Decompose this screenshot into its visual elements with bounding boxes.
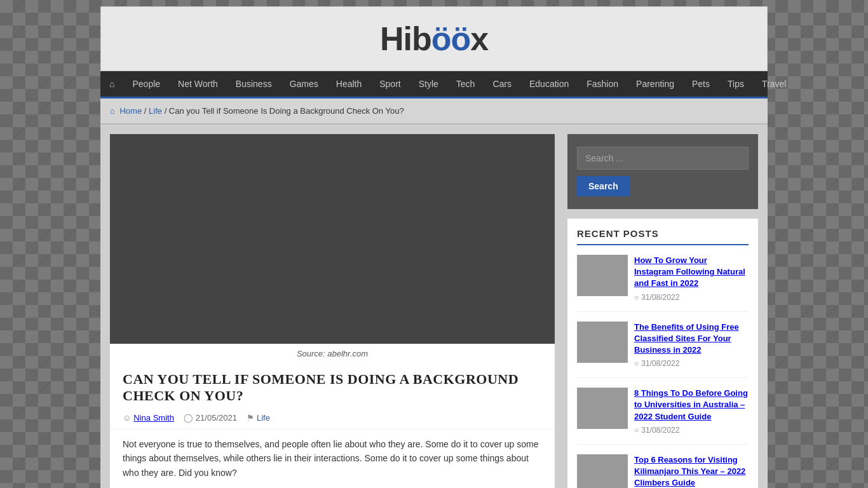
nav-link-networth[interactable]: Net Worth bbox=[169, 71, 227, 97]
nav-link-people[interactable]: People bbox=[123, 71, 169, 97]
nav-link-business[interactable]: Business bbox=[227, 71, 281, 97]
sidebar: Search Recent Posts How To Grow Your Ins… bbox=[567, 134, 758, 488]
article-body: Not everyone is true to themselves, and … bbox=[110, 430, 555, 487]
post-title-link[interactable]: The Benefits of Using Free Classified Si… bbox=[634, 322, 739, 355]
post-title-link[interactable]: 8 Things To Do Before Going to Universit… bbox=[634, 388, 748, 421]
post-title-link[interactable]: Top 6 Reasons for Visiting Kilimanjaro T… bbox=[634, 455, 745, 487]
recent-posts-section: Recent Posts How To Grow Your Instagram … bbox=[567, 219, 758, 488]
nav-link-cars[interactable]: Cars bbox=[484, 71, 520, 97]
article-image bbox=[110, 134, 555, 344]
home-nav-link[interactable]: ⌂ bbox=[100, 71, 123, 97]
post-info: 8 Things To Do Before Going to Universit… bbox=[634, 388, 749, 435]
post-title[interactable]: 8 Things To Do Before Going to Universit… bbox=[634, 388, 749, 423]
nav-link-travel[interactable]: Travel bbox=[753, 71, 795, 97]
article-author-meta: ☺ Nina Smith bbox=[123, 413, 174, 423]
list-item: How To Grow Your Instagram Following Nat… bbox=[577, 255, 749, 312]
breadcrumb-section-link[interactable]: Life bbox=[149, 106, 162, 116]
nav-item-home[interactable]: ⌂ bbox=[100, 71, 123, 97]
logo-text-start: Hib bbox=[380, 20, 431, 57]
tag-icon: ⚑ bbox=[247, 413, 254, 423]
article-body-text: Not everyone is true to themselves, and … bbox=[123, 437, 542, 480]
post-date-value: 31/08/2022 bbox=[641, 426, 679, 435]
nav-link-pets[interactable]: Pets bbox=[683, 71, 719, 97]
post-info: The Benefits of Using Free Classified Si… bbox=[634, 322, 749, 369]
breadcrumb-separator-1: / bbox=[144, 106, 149, 116]
breadcrumb-home-label: Home bbox=[119, 106, 142, 116]
post-date-value: 31/08/2022 bbox=[641, 359, 679, 368]
post-title[interactable]: The Benefits of Using Free Classified Si… bbox=[634, 322, 749, 356]
post-title-link[interactable]: How To Grow Your Instagram Following Nat… bbox=[634, 255, 745, 288]
post-thumbnail bbox=[577, 454, 628, 488]
post-thumbnail bbox=[577, 388, 628, 429]
breadcrumb-section: ⌂ Home / Life / Can you Tell if Someone … bbox=[100, 98, 768, 125]
post-date: ○ 31/08/2022 bbox=[634, 426, 749, 435]
search-button[interactable]: Search bbox=[577, 176, 630, 196]
clock-icon: ◯ bbox=[184, 413, 193, 423]
post-title[interactable]: How To Grow Your Instagram Following Nat… bbox=[634, 255, 749, 290]
nav-link-parenting[interactable]: Parenting bbox=[627, 71, 683, 97]
article: Source: abelhr.com Can You Tell if Someo… bbox=[110, 134, 555, 488]
site-header: Hibööx bbox=[100, 6, 768, 71]
list-item: 8 Things To Do Before Going to Universit… bbox=[577, 388, 749, 445]
article-date: 21/05/2021 bbox=[196, 413, 237, 423]
nav-link-games[interactable]: Games bbox=[281, 71, 327, 97]
post-date-value: 31/08/2022 bbox=[641, 293, 679, 302]
nav-item-cars[interactable]: Cars bbox=[484, 71, 520, 97]
nav-item-travel[interactable]: Travel bbox=[753, 71, 795, 97]
nav-item-health[interactable]: Health bbox=[327, 71, 370, 97]
post-thumbnail bbox=[577, 322, 628, 363]
nav-link-tips[interactable]: Tips bbox=[719, 71, 753, 97]
page-inner: ⌂ Home / Life / Can you Tell if Someone … bbox=[100, 98, 768, 488]
nav-link-education[interactable]: Education bbox=[520, 71, 578, 97]
article-title: Can You Tell if Someone Is Doing a Backg… bbox=[110, 363, 555, 409]
nav-link-tech[interactable]: Tech bbox=[447, 71, 484, 97]
nav-item-fashion[interactable]: Fashion bbox=[578, 71, 627, 97]
nav-item-networth[interactable]: Net Worth bbox=[169, 71, 227, 97]
main-navigation: ⌂ People Net Worth Business Games Health… bbox=[100, 71, 768, 98]
nav-item-pets[interactable]: Pets bbox=[683, 71, 719, 97]
home-icon: ⌂ bbox=[110, 106, 115, 116]
breadcrumb-current: Can you Tell if Someone Is Doing a Backg… bbox=[169, 106, 404, 116]
nav-item-games[interactable]: Games bbox=[281, 71, 327, 97]
nav-item-people[interactable]: People bbox=[123, 71, 169, 97]
post-date: ○ 31/08/2022 bbox=[634, 359, 749, 368]
nav-link-style[interactable]: Style bbox=[410, 71, 447, 97]
nav-item-sport[interactable]: Sport bbox=[370, 71, 409, 97]
nav-link-fashion[interactable]: Fashion bbox=[578, 71, 627, 97]
breadcrumb: ⌂ Home / Life / Can you Tell if Someone … bbox=[100, 98, 768, 124]
nav-list: ⌂ People Net Worth Business Games Health… bbox=[100, 71, 768, 97]
nav-link-health[interactable]: Health bbox=[327, 71, 370, 97]
nav-item-style[interactable]: Style bbox=[410, 71, 447, 97]
post-title[interactable]: Top 6 Reasons for Visiting Kilimanjaro T… bbox=[634, 454, 749, 488]
post-date: ○ 31/08/2022 bbox=[634, 293, 749, 302]
search-input[interactable] bbox=[577, 147, 749, 170]
search-box: Search bbox=[567, 134, 758, 209]
nav-item-education[interactable]: Education bbox=[520, 71, 578, 97]
content-inner: Source: abelhr.com Can You Tell if Someo… bbox=[100, 125, 768, 488]
post-thumbnail bbox=[577, 255, 628, 296]
list-item: The Benefits of Using Free Classified Si… bbox=[577, 322, 749, 379]
list-item: Top 6 Reasons for Visiting Kilimanjaro T… bbox=[577, 454, 749, 488]
article-meta: ☺ Nina Smith ◯ 21/05/2021 ⚑ Life bbox=[110, 409, 555, 430]
article-author-link[interactable]: Nina Smith bbox=[133, 413, 174, 423]
nav-item-parenting[interactable]: Parenting bbox=[627, 71, 683, 97]
nav-item-tips[interactable]: Tips bbox=[719, 71, 753, 97]
logo-eyes: öö bbox=[431, 20, 471, 57]
nav-link-sport[interactable]: Sport bbox=[370, 71, 409, 97]
site-logo[interactable]: Hibööx bbox=[101, 20, 767, 58]
calendar-icon: ○ bbox=[634, 359, 639, 368]
nav-item-tech[interactable]: Tech bbox=[447, 71, 484, 97]
post-info: How To Grow Your Instagram Following Nat… bbox=[634, 255, 749, 302]
calendar-icon: ○ bbox=[634, 293, 639, 302]
logo-text-end: x bbox=[470, 20, 488, 57]
calendar-icon: ○ bbox=[634, 426, 639, 435]
nav-item-business[interactable]: Business bbox=[227, 71, 281, 97]
post-info: Top 6 Reasons for Visiting Kilimanjaro T… bbox=[634, 454, 749, 488]
recent-posts-title: Recent Posts bbox=[577, 228, 749, 245]
breadcrumb-home-link[interactable]: ⌂ Home bbox=[110, 106, 144, 116]
article-category-meta: ⚑ Life bbox=[247, 413, 270, 423]
article-category-link[interactable]: Life bbox=[257, 413, 270, 423]
breadcrumb-separator-2: / bbox=[165, 106, 169, 116]
image-caption: Source: abelhr.com bbox=[110, 344, 555, 363]
article-date-meta: ◯ 21/05/2021 bbox=[184, 413, 237, 423]
